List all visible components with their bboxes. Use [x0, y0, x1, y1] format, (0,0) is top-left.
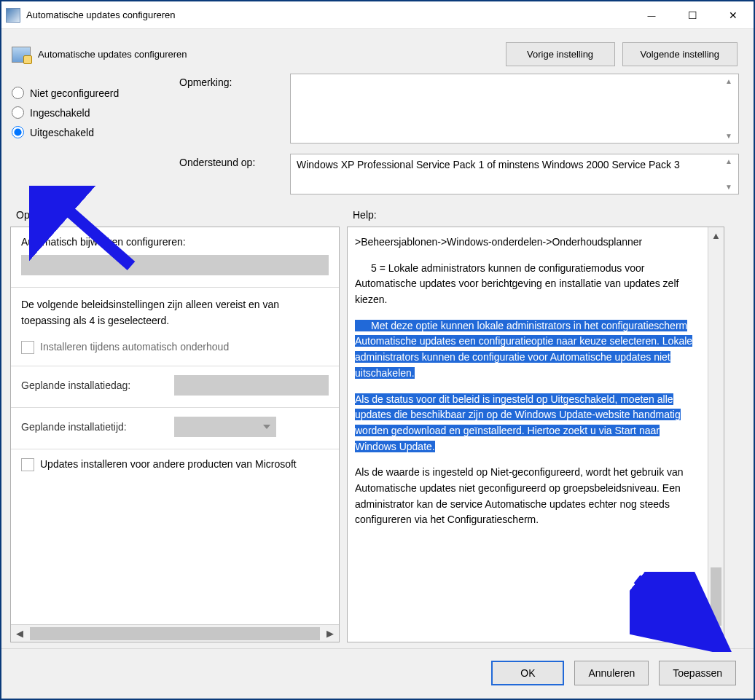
help-vertical-scrollbar[interactable]: ▲ ▼: [708, 227, 724, 642]
previous-setting-button[interactable]: Vorige instelling: [506, 42, 615, 66]
next-setting-button[interactable]: Volgende instelling: [622, 42, 738, 66]
help-para-2: Met deze optie kunnen lokale administrat…: [355, 318, 700, 382]
scheduled-time-label: Geplande installatietijd:: [21, 421, 167, 433]
checkbox-icon: [21, 341, 34, 354]
titlebar: Automatische updates configureren: [1, 1, 754, 29]
policy-title: Automatische updates configureren: [38, 49, 498, 60]
divider: [11, 366, 339, 366]
scroll-indicator: ▲▼: [722, 77, 735, 140]
help-breadcrumb: >Beheersjablonen->Windows-onderdelen->On…: [355, 235, 700, 251]
other-products-checkbox: Updates installeren voor andere producte…: [21, 458, 329, 471]
checkbox-icon: [21, 458, 34, 471]
app-icon: [6, 8, 20, 23]
radio-disabled-label: Uitgeschakeld: [30, 127, 94, 138]
install-during-maint-label: Installeren tijdens automatisch onderhou…: [40, 341, 229, 353]
section-labels: Opties: Help:: [1, 209, 754, 221]
supported-text: Windows XP Professional Service Pack 1 o…: [290, 154, 739, 194]
state-radio-group: Niet geconfigureerd Ingeschakeld Uitgesc…: [12, 74, 165, 194]
help-content: >Beheersjablonen->Windows-onderdelen->On…: [348, 227, 708, 642]
comment-textarea[interactable]: ▲▼: [290, 74, 739, 143]
radio-not-configured[interactable]: Niet geconfigureerd: [12, 87, 165, 99]
ok-button[interactable]: OK: [491, 661, 564, 685]
options-panel: Automatisch bijwerken configureren: De v…: [10, 227, 340, 642]
radio-enabled-label: Ingeschakeld: [30, 107, 90, 119]
scheduled-day-input: [174, 375, 329, 396]
scroll-left-icon[interactable]: ◀: [11, 625, 28, 642]
panels-row: Automatisch bijwerken configureren: De v…: [1, 221, 754, 648]
divider: [11, 449, 339, 449]
scheduled-time-dropdown: [174, 417, 276, 437]
meta-fields: Opmerking: ▲▼ Ondersteund op: Windows XP…: [179, 74, 739, 194]
apply-button[interactable]: Toepassen: [659, 661, 736, 685]
options-content: Automatisch bijwerken configureren: De v…: [11, 227, 339, 624]
configure-update-label: Automatisch bijwerken configureren:: [21, 236, 329, 248]
scroll-up-icon[interactable]: ▲: [708, 227, 724, 243]
radio-enabled[interactable]: Ingeschakeld: [12, 106, 165, 119]
scheduled-day-label: Geplande installatiedag:: [21, 380, 167, 391]
scrollbar-track[interactable]: [708, 243, 724, 626]
close-button[interactable]: [713, 4, 754, 27]
scroll-indicator: ▲▼: [722, 157, 735, 191]
scheduled-day-row: Geplande installatiedag:: [21, 375, 329, 396]
top-section: Niet geconfigureerd Ingeschakeld Uitgesc…: [1, 74, 754, 209]
options-section-label: Opties:: [16, 209, 345, 221]
policy-header: Automatische updates configureren Vorige…: [1, 29, 754, 74]
scroll-right-icon[interactable]: ▶: [321, 625, 339, 642]
dialog-footer: OK Annuleren Toepassen: [1, 648, 754, 699]
options-horizontal-scrollbar[interactable]: ◀ ▶: [11, 624, 339, 642]
scrollbar-thumb[interactable]: [30, 627, 320, 640]
scrollbar-thumb[interactable]: [711, 567, 721, 626]
configure-update-dropdown: [21, 255, 329, 275]
window-controls: [631, 4, 754, 27]
policy-icon: [12, 47, 31, 63]
comment-row: Opmerking: ▲▼: [179, 74, 739, 143]
help-para-4: Als de waarde is ingesteld op Niet-gecon…: [355, 465, 700, 528]
cancel-button[interactable]: Annuleren: [574, 661, 649, 685]
scroll-down-icon[interactable]: ▼: [708, 626, 724, 642]
radio-not-configured-label: Niet geconfigureerd: [30, 87, 119, 99]
minimize-button[interactable]: [631, 4, 672, 27]
help-panel: >Beheersjablonen->Windows-onderdelen->On…: [347, 227, 724, 642]
supported-row: Ondersteund op: Windows XP Professional …: [179, 154, 739, 194]
radio-disabled[interactable]: Uitgeschakeld: [12, 126, 165, 138]
scheduled-time-row: Geplande installatietijd:: [21, 417, 329, 437]
maximize-button[interactable]: [672, 4, 713, 27]
options-note: De volgende beleidsinstellingen zijn all…: [21, 296, 329, 329]
help-para-3: Als de status voor dit beleid is ingeste…: [355, 392, 700, 455]
help-para-1: 5 = Lokale administrators kunnen de conf…: [355, 261, 700, 308]
install-during-maint-checkbox: Installeren tijdens automatisch onderhou…: [21, 341, 329, 354]
window-title: Automatische updates configureren: [26, 9, 631, 20]
comment-label: Opmerking:: [179, 74, 281, 143]
policy-editor-window: Automatische updates configureren Automa…: [0, 0, 755, 700]
divider: [11, 407, 339, 408]
help-section-label: Help:: [353, 209, 377, 221]
supported-label: Ondersteund op:: [179, 154, 281, 194]
divider: [11, 287, 339, 288]
other-products-label: Updates installeren voor andere producte…: [40, 458, 297, 470]
